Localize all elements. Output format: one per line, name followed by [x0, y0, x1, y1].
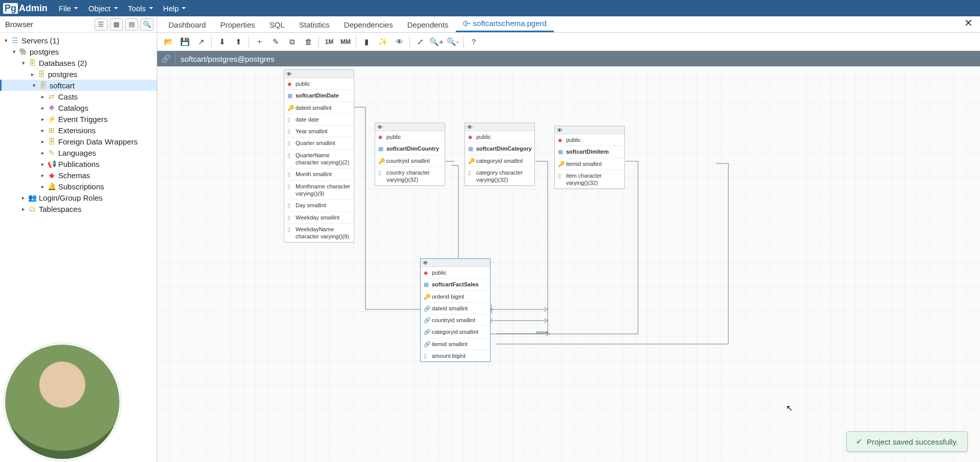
tool-edit-icon[interactable]: ✎ [267, 35, 284, 49]
col-icon: ▯ [287, 226, 293, 233]
tool-sql-download-icon[interactable]: ⬇ [214, 35, 230, 49]
key-icon: 🔑 [287, 104, 293, 111]
fk-icon: 🔗 [424, 317, 430, 324]
tool-clone-icon[interactable]: ⧉ [284, 35, 300, 49]
menu-file[interactable]: File [54, 4, 83, 13]
tree-event-triggers[interactable]: ▸⚡Event Triggers [0, 113, 157, 125]
browser-tool-2[interactable]: ▦ [110, 18, 123, 31]
tool-sql-upload-icon[interactable]: ⬆ [230, 35, 247, 49]
tool-fit-icon[interactable]: ⤢ [412, 35, 428, 49]
tree-subscriptions[interactable]: ▸🔔Subscriptions [0, 181, 157, 192]
tab-properties[interactable]: Properties [213, 17, 262, 32]
app-logo: PgAdmin [3, 3, 54, 14]
browser-tool-3[interactable]: ▤ [125, 18, 138, 31]
tool-show-icon[interactable]: 👁 [391, 35, 407, 49]
tab-erd[interactable]: ⌱softcartschema.pgerd [456, 16, 554, 32]
key-icon: 🔑 [468, 157, 474, 164]
col-icon: ▯ [287, 139, 293, 147]
col-icon: ▯ [287, 214, 293, 221]
col-icon: ▯ [287, 116, 293, 123]
schema-icon: ◆ [424, 269, 430, 276]
table-icon: ▦ [424, 281, 430, 288]
browser-search-icon[interactable]: 🔍 [140, 18, 154, 31]
tool-note-icon[interactable]: ▮ [358, 35, 375, 49]
fk-icon: 🔗 [424, 341, 430, 348]
col-icon: ▯ [287, 202, 293, 209]
col-icon: ▯ [378, 169, 384, 176]
tool-zoom-in-icon[interactable]: 🔍+ [428, 35, 445, 49]
tool-many-many[interactable]: MM [337, 35, 354, 49]
tree-databases[interactable]: ▾🗄Databases (2) [0, 57, 157, 68]
schema-icon: ◆ [468, 133, 474, 140]
tool-auto-icon[interactable]: ✨ [375, 35, 391, 49]
erd-toolbar: 📂 💾 ↗ ⬇ ⬆ ＋ ✎ ⧉ 🗑 1M MM ▮ ✨ 👁 ⤢ 🔍+ 🔍- ? [157, 33, 980, 51]
check-icon: ✔ [856, 437, 863, 446]
menu-tools[interactable]: Tools [123, 4, 158, 13]
tool-save-icon[interactable]: 💾 [177, 35, 193, 49]
tree-db-postgres[interactable]: ▸🗄postgres [0, 68, 157, 80]
tree-login-roles[interactable]: ▸👥Login/Group Roles [0, 192, 157, 203]
tab-dependencies[interactable]: Dependencies [337, 17, 400, 32]
tool-open-icon[interactable]: 📂 [160, 35, 177, 49]
tool-export-icon[interactable]: ↗ [193, 35, 209, 49]
erd-canvas[interactable]: 👁 ◆public ▦softcartDimDate 🔑dateid small… [157, 66, 980, 462]
table-icon: ▦ [468, 145, 474, 152]
tool-help-icon[interactable]: ? [465, 35, 482, 49]
tool-delete-icon[interactable]: 🗑 [300, 35, 316, 49]
menu-help[interactable]: Help [158, 4, 191, 13]
tree-extensions[interactable]: ▸⊞Extensions [0, 125, 157, 136]
tree-casts[interactable]: ▸⇄Casts [0, 91, 157, 102]
tree-db-softcart[interactable]: ▾🗄softcart [0, 80, 157, 91]
tree-servers[interactable]: ▾☰Servers (1) [0, 35, 157, 46]
fk-icon: 🔗 [424, 328, 430, 335]
browser-tool-1[interactable]: ☰ [94, 18, 108, 31]
tool-zoom-out-icon[interactable]: 🔍- [445, 35, 461, 49]
entity-dimcountry[interactable]: 👁 ◆public ▦softcartDimCountry 🔑countryid… [375, 123, 445, 186]
eye-icon[interactable]: 👁 [467, 124, 473, 130]
connection-text: softcart/postgres@postgres [176, 55, 280, 63]
tree-schemas[interactable]: ▸◆Schemas [0, 169, 157, 181]
tab-close-icon[interactable]: ✕ [957, 14, 980, 32]
tree-tablespaces[interactable]: ▸🗂Tablespaces [0, 203, 157, 214]
erd-icon: ⌱ [463, 19, 471, 28]
tree-publications[interactable]: ▸📢Publications [0, 158, 157, 169]
key-icon: 🔑 [558, 160, 564, 167]
save-toast: ✔ Project saved successfully. [846, 431, 968, 452]
table-icon: ▦ [378, 145, 384, 152]
col-icon: ▯ [468, 169, 474, 176]
tree-catalogs[interactable]: ▸❖Catalogs [0, 102, 157, 113]
tab-dependents[interactable]: Dependents [400, 17, 456, 32]
table-icon: ▦ [558, 148, 564, 155]
browser-header: Browser ☰ ▦ ▤ 🔍 [0, 16, 157, 33]
tab-statistics[interactable]: Statistics [292, 17, 337, 32]
connection-link-icon[interactable]: 🔗 [157, 51, 176, 66]
entity-dimdate[interactable]: 👁 ◆public ▦softcartDimDate 🔑dateid small… [284, 69, 354, 242]
tab-sql[interactable]: SQL [262, 17, 292, 32]
schema-icon: ◆ [378, 133, 384, 140]
tree-server-postgres[interactable]: ▾🐘postgres [0, 46, 157, 57]
eye-icon[interactable]: 👁 [423, 260, 428, 266]
tool-one-many[interactable]: 1M [321, 35, 337, 49]
eye-icon[interactable]: 👁 [377, 124, 383, 130]
fk-icon: 🔗 [424, 305, 430, 312]
entity-dimitem[interactable]: 👁 ◆public ▦softcartDimItem 🔑itemid small… [554, 126, 625, 189]
schema-icon: ◆ [558, 136, 564, 143]
browser-title: Browser [5, 20, 33, 29]
content-tabs: Dashboard Properties SQL Statistics Depe… [157, 16, 980, 33]
mouse-cursor-icon: ↖ [786, 403, 793, 413]
col-icon: ▯ [287, 171, 293, 178]
tool-add-table-icon[interactable]: ＋ [251, 35, 267, 49]
tree-fdw[interactable]: ▸🗄Foreign Data Wrappers [0, 136, 157, 147]
tab-dashboard[interactable]: Dashboard [161, 17, 213, 32]
tree-languages[interactable]: ▸✎Languages [0, 147, 157, 158]
col-icon: ▯ [424, 352, 430, 359]
key-icon: 🔑 [378, 157, 384, 164]
menu-object[interactable]: Object [83, 4, 122, 13]
entity-dimcategory[interactable]: 👁 ◆public ▦softcartDimCategory 🔑category… [464, 123, 535, 186]
col-icon: ▯ [287, 152, 293, 159]
eye-icon[interactable]: 👁 [557, 127, 562, 133]
col-icon: ▯ [558, 172, 564, 179]
entity-factsales[interactable]: 👁 ◆public ▦softcartFactSales 🔑orderid bi… [420, 258, 491, 362]
object-tree: ▾☰Servers (1) ▾🐘postgres ▾🗄Databases (2)… [0, 33, 157, 214]
eye-icon[interactable]: 👁 [286, 71, 292, 77]
